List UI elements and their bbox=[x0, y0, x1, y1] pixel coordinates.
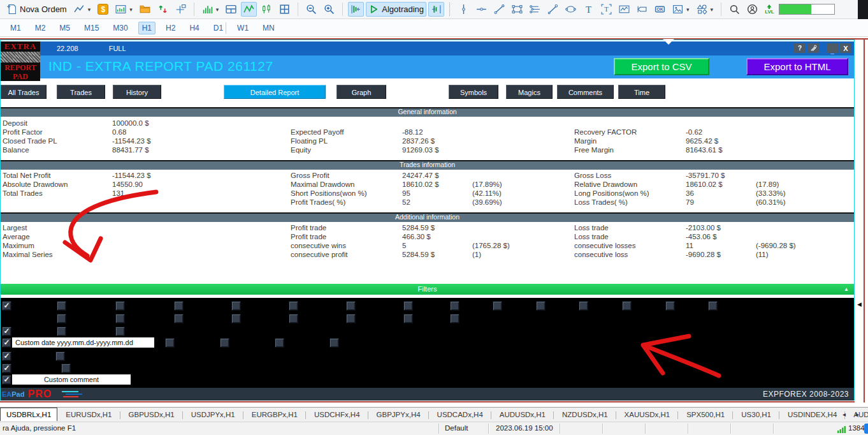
symbol-tab[interactable]: USDINDEX,H4 bbox=[779, 408, 845, 422]
timeframe-button[interactable]: MN bbox=[259, 22, 278, 34]
zoom-out-button[interactable] bbox=[303, 2, 319, 17]
tabs-scroll-left-icon[interactable]: ◂ bbox=[843, 408, 846, 422]
channel-tool[interactable] bbox=[527, 2, 543, 17]
arrow-line-tool[interactable] bbox=[545, 2, 561, 17]
symbol-tab[interactable]: GBPJPYx,H4 bbox=[368, 408, 429, 422]
tabs-scroll-right-icon[interactable]: ▸ bbox=[856, 408, 859, 422]
collapse-up-icon[interactable]: ▲ bbox=[844, 284, 849, 295]
settings-button[interactable] bbox=[807, 43, 819, 53]
filter-checkbox-checked[interactable]: ✓ bbox=[2, 301, 11, 311]
filters-header[interactable]: Filters ▲ bbox=[1, 284, 854, 295]
symbol-tab[interactable]: SPX500,H1 bbox=[678, 408, 733, 422]
panel-edge-arrow-icon[interactable]: ◀ bbox=[857, 301, 862, 307]
collapse-triangle[interactable] bbox=[663, 39, 674, 45]
symbol-tab[interactable]: EURUSDx,H1 bbox=[57, 408, 120, 422]
close-button[interactable]: X bbox=[840, 43, 851, 53]
report-tab[interactable]: History bbox=[113, 85, 161, 99]
shapes-tool[interactable]: ▾ bbox=[694, 2, 716, 17]
filter-checkbox[interactable] bbox=[55, 351, 65, 361]
filter-checkbox[interactable] bbox=[493, 301, 502, 311]
text-label-tool[interactable]: T bbox=[598, 2, 614, 17]
filter-checkbox[interactable] bbox=[450, 314, 459, 323]
filter-checkbox[interactable] bbox=[115, 327, 125, 336]
filter-checkbox[interactable] bbox=[579, 301, 588, 311]
indicator-window-tool[interactable] bbox=[616, 2, 632, 17]
filter-checkbox-checked[interactable]: ✓ bbox=[2, 327, 11, 336]
rectangle-tool[interactable] bbox=[509, 2, 525, 17]
symbol-tab[interactable]: NZDUSDx,H1 bbox=[554, 408, 616, 422]
deposit-button[interactable]: $ bbox=[95, 2, 111, 17]
filter-checkbox[interactable] bbox=[403, 301, 413, 311]
symbol-tab[interactable]: USDJPYx,H1 bbox=[183, 408, 243, 422]
report-tab[interactable]: Trades bbox=[57, 85, 105, 99]
report-tab[interactable]: Detailed Report bbox=[224, 85, 326, 99]
symbol-tab[interactable]: USDBRLx,H1 bbox=[0, 408, 57, 421]
filter-checkbox[interactable] bbox=[622, 301, 632, 311]
horizontal-line-tool[interactable] bbox=[474, 2, 489, 17]
custom-comment-input[interactable]: Custom comment bbox=[12, 374, 131, 385]
report-tab[interactable]: Symbols bbox=[449, 85, 498, 99]
indicators-button[interactable]: ▾ bbox=[199, 2, 222, 17]
grid-button[interactable] bbox=[277, 2, 293, 17]
profile-label[interactable]: Default bbox=[445, 424, 468, 432]
tile-windows-button[interactable] bbox=[223, 2, 239, 17]
chart-type-button[interactable]: ▾ bbox=[71, 2, 94, 17]
filter-checkbox-checked[interactable]: ✓ bbox=[2, 338, 11, 348]
zoom-in-button[interactable] bbox=[321, 2, 337, 17]
timeframe-button[interactable]: H2 bbox=[162, 22, 179, 34]
ok-button-tool[interactable]: OK bbox=[652, 2, 668, 17]
filter-checkbox[interactable] bbox=[289, 314, 298, 323]
symbol-tab[interactable]: AUDUSDx,H1 bbox=[491, 408, 554, 422]
line-chart-mode-button[interactable] bbox=[241, 2, 257, 17]
chart-scroll-left-button[interactable] bbox=[348, 2, 364, 17]
timeframe-button[interactable]: M1 bbox=[6, 22, 25, 34]
filter-checkbox[interactable] bbox=[61, 364, 71, 373]
timeframe-button[interactable]: M2 bbox=[31, 22, 50, 34]
filter-checkbox[interactable] bbox=[57, 314, 66, 323]
timeframe-button[interactable]: H1 bbox=[138, 22, 156, 34]
filter-checkbox[interactable] bbox=[115, 314, 125, 323]
report-tab[interactable]: Magics bbox=[506, 85, 553, 99]
symbol-tab[interactable]: EURGBPx,H1 bbox=[243, 408, 306, 422]
chart-window-button[interactable]: ▾ bbox=[113, 2, 135, 17]
filter-checkbox[interactable] bbox=[220, 338, 229, 348]
filter-checkbox[interactable] bbox=[665, 301, 675, 311]
filter-checkbox[interactable] bbox=[536, 301, 546, 311]
filter-checkbox[interactable] bbox=[174, 314, 184, 323]
symbol-tab[interactable]: US30,H1 bbox=[733, 408, 779, 422]
report-tab[interactable]: Comments bbox=[557, 85, 614, 99]
data-folder-button[interactable] bbox=[137, 2, 153, 17]
image-tool[interactable]: ▾ bbox=[670, 2, 692, 17]
connection-level-indicator[interactable]: LVL bbox=[762, 3, 777, 17]
symbol-tab[interactable]: USDCHFx,H4 bbox=[306, 408, 368, 422]
timeframe-button[interactable]: M15 bbox=[80, 22, 103, 34]
export-html-button[interactable]: Export to HTML bbox=[746, 58, 848, 75]
crosshair-button[interactable] bbox=[173, 2, 189, 17]
new-order-button[interactable]: Nova Ordem bbox=[4, 2, 69, 17]
price-label-tool[interactable] bbox=[634, 2, 650, 17]
filter-checkbox-checked[interactable]: ✓ bbox=[2, 364, 11, 373]
filter-checkbox[interactable] bbox=[346, 301, 356, 311]
filter-checkbox[interactable] bbox=[346, 314, 356, 323]
trendline-tool[interactable] bbox=[491, 2, 507, 17]
filter-checkbox[interactable] bbox=[57, 327, 66, 336]
timeframe-button[interactable]: W1 bbox=[233, 22, 252, 34]
vertical-line-tool[interactable] bbox=[456, 2, 472, 17]
filter-checkbox[interactable] bbox=[115, 301, 125, 311]
filter-checkbox[interactable] bbox=[450, 301, 459, 311]
filter-checkbox[interactable] bbox=[165, 338, 175, 348]
filter-checkbox[interactable] bbox=[329, 338, 339, 348]
filter-checkbox[interactable] bbox=[174, 301, 184, 311]
chart-shift-right-button[interactable] bbox=[428, 2, 444, 17]
symbol-tab[interactable]: USDCADx,H4 bbox=[429, 408, 491, 422]
symbol-tab[interactable]: XAUUSDx,H1 bbox=[616, 408, 679, 422]
account-button[interactable] bbox=[744, 2, 760, 17]
candlestick-mode-button[interactable] bbox=[259, 2, 275, 17]
report-tab[interactable]: All Trades bbox=[1, 85, 47, 99]
deposit-withdraw-button[interactable] bbox=[155, 2, 171, 17]
timeframe-button[interactable]: M5 bbox=[55, 22, 74, 34]
filter-checkbox[interactable] bbox=[275, 338, 284, 348]
help-button[interactable]: ? bbox=[794, 43, 806, 53]
custom-date-input[interactable]: Custom date yyyy.mm.dd-yyyy.mm.dd bbox=[12, 337, 154, 348]
filter-checkbox[interactable] bbox=[708, 301, 718, 311]
